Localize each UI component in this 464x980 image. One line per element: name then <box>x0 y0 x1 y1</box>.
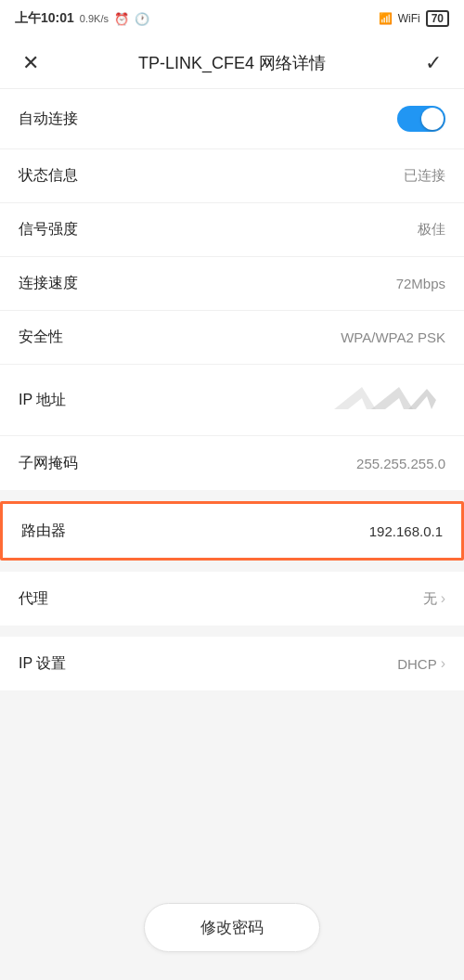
svg-marker-2 <box>408 389 436 409</box>
network-speed: 0.9K/s <box>80 13 109 24</box>
close-button[interactable]: ✕ <box>19 47 43 79</box>
subnet-label: 子网掩码 <box>19 454 78 473</box>
bottom-area: 修改密码 <box>0 888 464 980</box>
ip-settings-label: IP 设置 <box>19 654 66 674</box>
proxy-value: 无 › <box>423 590 445 608</box>
subnet-value: 255.255.255.0 <box>356 456 445 471</box>
auto-connect-label: 自动连接 <box>19 110 78 129</box>
svg-marker-0 <box>334 387 376 409</box>
router-label: 路由器 <box>21 522 66 541</box>
status-left: 上午10:01 0.9K/s ⏰ 🕐 <box>15 10 149 27</box>
wifi-icon: WiFi <box>398 12 420 25</box>
status-value: 已连接 <box>404 167 445 185</box>
ip-settings-section: IP 设置 DHCP › <box>0 637 464 690</box>
signal-icon: 📶 <box>379 12 393 25</box>
ip-settings-value: DHCP › <box>397 655 445 672</box>
ip-settings-chevron-icon: › <box>441 655 445 672</box>
auto-connect-toggle[interactable] <box>397 106 445 132</box>
security-row: 安全性 WPA/WPA2 PSK <box>0 311 464 365</box>
signal-row: 信号强度 极佳 <box>0 203 464 257</box>
ip-address-label: IP 地址 <box>19 391 66 410</box>
status-label: 状态信息 <box>19 166 78 186</box>
router-row: 路由器 192.168.0.1 <box>3 504 461 558</box>
ip-address-row: IP 地址 <box>0 365 464 436</box>
confirm-button[interactable]: ✓ <box>421 47 445 79</box>
auto-connect-row: 自动连接 <box>0 89 464 149</box>
title-bar: ✕ TP-LINK_CFE4 网络详情 ✓ <box>0 37 464 89</box>
subnet-row: 子网掩码 255.255.255.0 <box>0 436 464 490</box>
content-area: 自动连接 状态信息 已连接 信号强度 极佳 连接速度 72Mbps 安全性 WP… <box>0 89 464 690</box>
security-label: 安全性 <box>19 328 63 347</box>
page-title: TP-LINK_CFE4 网络详情 <box>138 52 326 74</box>
alarm-icon: ⏰ <box>114 12 129 26</box>
security-value: WPA/WPA2 PSK <box>341 329 445 345</box>
proxy-row[interactable]: 代理 无 › <box>0 572 464 625</box>
clock-icon: 🕐 <box>135 12 149 26</box>
network-details-section: 自动连接 状态信息 已连接 信号强度 极佳 连接速度 72Mbps 安全性 WP… <box>0 89 464 490</box>
status-time: 上午10:01 <box>15 10 74 27</box>
speed-label: 连接速度 <box>19 274 78 293</box>
speed-row: 连接速度 72Mbps <box>0 257 464 311</box>
router-value: 192.168.0.1 <box>369 523 443 539</box>
ip-settings-row[interactable]: IP 设置 DHCP › <box>0 637 464 690</box>
signal-value: 极佳 <box>418 221 445 239</box>
status-row: 状态信息 已连接 <box>0 149 464 203</box>
status-right: 📶 WiFi 70 <box>379 10 449 27</box>
battery-icon: 70 <box>426 10 449 27</box>
router-highlighted-section: 路由器 192.168.0.1 <box>0 501 464 561</box>
proxy-label: 代理 <box>19 589 48 609</box>
svg-marker-1 <box>371 387 413 409</box>
modify-password-button[interactable]: 修改密码 <box>144 903 320 952</box>
proxy-chevron-icon: › <box>441 590 445 607</box>
status-bar: 上午10:01 0.9K/s ⏰ 🕐 📶 WiFi 70 <box>0 0 464 37</box>
proxy-section: 代理 无 › <box>0 572 464 625</box>
ip-address-watermark <box>325 381 445 419</box>
watermark-svg <box>325 381 445 415</box>
speed-value: 72Mbps <box>396 276 445 291</box>
signal-label: 信号强度 <box>19 220 78 239</box>
